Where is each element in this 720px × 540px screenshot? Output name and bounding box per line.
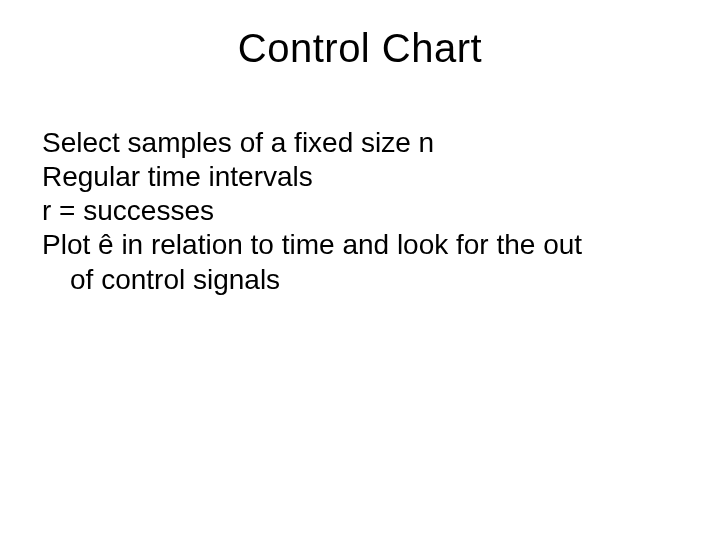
slide: Control Chart Select samples of a fixed … [0,0,720,540]
symbol-e-hat: ê [98,229,114,260]
body-line-1: Select samples of a fixed size n [42,126,678,160]
body-line-5: of control signals [42,263,678,297]
body-line-2: Regular time intervals [42,160,678,194]
slide-title: Control Chart [0,26,720,71]
body-line-4: Plot ê in relation to time and look for … [42,228,678,262]
slide-body: Select samples of a fixed size n Regular… [42,126,678,297]
body-line-4-post: in relation to time and look for the out [114,229,583,260]
body-line-3: r = successes [42,194,678,228]
body-line-4-pre: Plot [42,229,98,260]
